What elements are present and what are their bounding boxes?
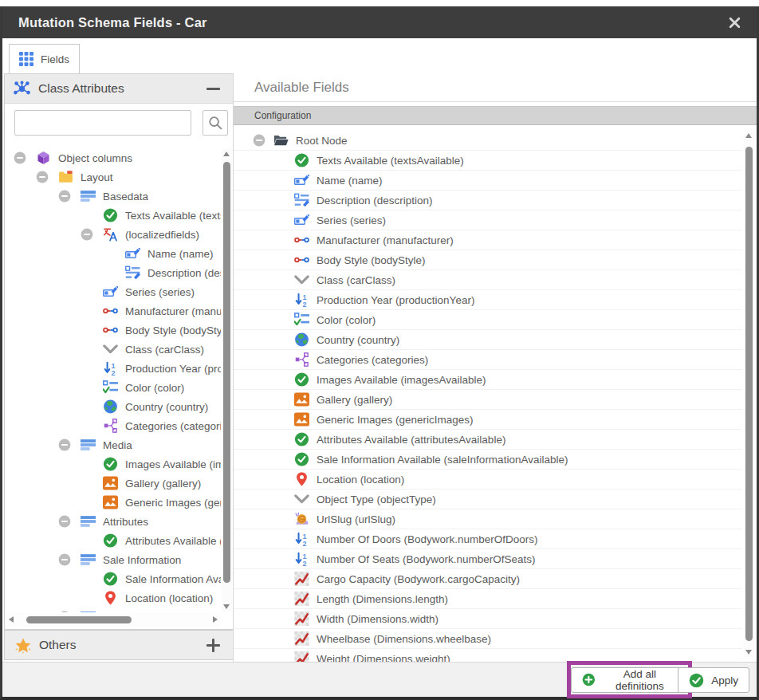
indent-spacer	[103, 273, 125, 273]
search-input[interactable]	[14, 110, 191, 136]
tree-item[interactable]: Wheelbase (Dimensions.wheelbase)	[234, 629, 742, 649]
tree-item[interactable]: Object columns	[6, 148, 221, 167]
tree-item[interactable]: Location (location)	[6, 588, 221, 608]
scroll-down-icon[interactable]	[223, 604, 230, 609]
collapse-toggle-icon[interactable]	[58, 553, 71, 566]
tree-item[interactable]: Attributes Available (attributesAvailabl…	[6, 531, 221, 550]
close-icon[interactable]	[729, 17, 741, 29]
tree-item[interactable]: Generic Images (genericImages)	[234, 410, 742, 430]
collapse-toggle-icon[interactable]	[58, 515, 71, 528]
add-all-definitions-button[interactable]: Add all definitions	[571, 667, 688, 693]
tree-item[interactable]: 12Production Year (productionYear)	[234, 290, 742, 310]
search-row	[5, 104, 233, 142]
tree-item[interactable]: Color (color)	[6, 378, 221, 397]
tree-item[interactable]: 12Production Year (productionYear)	[6, 359, 221, 378]
relation-icon	[294, 253, 309, 267]
collapse-panel-icon[interactable]	[206, 88, 220, 90]
indent-spacer	[273, 519, 294, 520]
tree-item[interactable]: Name (name)	[6, 244, 221, 263]
tree-item[interactable]: Root Node	[234, 131, 742, 151]
tree-item[interactable]: Color (color)	[234, 310, 742, 330]
tree-item[interactable]: Generic Images (genericImages)	[6, 493, 221, 512]
tree-item-label: Country (country)	[317, 334, 399, 346]
cube-icon	[36, 151, 51, 165]
tree-item[interactable]: Basedata	[6, 187, 221, 206]
tree-item[interactable]: Class (carClass)	[234, 270, 742, 290]
collapse-toggle-icon[interactable]	[58, 190, 71, 203]
tree-item[interactable]: Attributes	[6, 512, 221, 531]
tree-item[interactable]: Images Available (imagesAvailable)	[234, 370, 742, 390]
indent-spacer	[103, 254, 125, 254]
tree-item[interactable]: Description (description)	[234, 191, 742, 210]
tree-item[interactable]: Cargo Capacity (Bodywork.cargoCapacity)	[234, 569, 742, 589]
tree-item[interactable]	[6, 608, 221, 612]
scrollbar-thumb[interactable]	[745, 147, 753, 641]
collapse-toggle-icon[interactable]	[58, 438, 71, 451]
tree-item[interactable]: Sale Information Available (saleInformat…	[234, 450, 742, 470]
tree-item[interactable]: Categories (categories)	[234, 350, 742, 370]
scroll-down-icon[interactable]	[745, 650, 752, 655]
scrollbar-thumb[interactable]	[26, 616, 132, 623]
tree-item[interactable]: Width (Dimensions.width)	[234, 609, 742, 629]
tree-item[interactable]: Manufacturer (manufacturer)	[234, 230, 742, 250]
tree-item[interactable]: Sale Information Available (saleInformat…	[6, 569, 221, 588]
left-vertical-scrollbar[interactable]	[222, 149, 232, 612]
expand-panel-icon[interactable]	[206, 639, 220, 652]
check-circle-icon	[294, 452, 309, 466]
indent-spacer	[273, 579, 294, 580]
image-icon	[103, 495, 118, 509]
tree-item[interactable]: Texts Available (textsAvailable)	[234, 151, 742, 171]
collapse-toggle-icon[interactable]	[36, 171, 49, 183]
tree-item[interactable]: Texts Available (textsAvailable)	[6, 206, 221, 225]
tree-item[interactable]: Layout	[6, 167, 221, 187]
class-attributes-header[interactable]: Class Attributes	[5, 74, 233, 104]
tree-item[interactable]: Series (series)	[6, 282, 221, 301]
tree-item[interactable]: Attributes Available (attributesAvailabl…	[234, 430, 742, 450]
search-button[interactable]	[203, 110, 228, 136]
collapse-toggle-icon[interactable]	[81, 228, 93, 241]
scroll-left-icon[interactable]	[9, 616, 14, 623]
collapse-toggle-icon[interactable]	[14, 151, 26, 164]
tree-item[interactable]: Manufacturer (manufacturer)	[6, 301, 221, 321]
indent-spacer	[273, 499, 294, 500]
others-panel-header[interactable]: Others	[4, 630, 234, 660]
scroll-up-icon[interactable]	[745, 133, 752, 138]
tree-item-label: Number Of Doors (Bodywork.numberOfDoors)	[317, 533, 538, 545]
tree-item[interactable]: Body Style (bodyStyle)	[6, 321, 221, 340]
tree-item[interactable]: Country (country)	[6, 397, 221, 416]
tree-item[interactable]: Media	[6, 435, 221, 454]
apply-button[interactable]: Apply	[678, 667, 749, 693]
tree-item[interactable]: Weight (Dimensions.weight)	[234, 649, 742, 662]
tree-item[interactable]: Name (name)	[234, 171, 742, 191]
right-vertical-scrollbar[interactable]	[744, 131, 754, 657]
tree-item[interactable]: Class (carClass)	[6, 340, 221, 359]
tree-item[interactable]: (localizedfields)	[6, 225, 221, 244]
translate-icon	[103, 227, 118, 242]
tree-item[interactable]: Gallery (gallery)	[6, 474, 221, 493]
tree-item[interactable]: Length (Dimensions.length)	[234, 589, 742, 609]
tree-item[interactable]: UrlSlug (urlSlug)	[234, 509, 742, 529]
scrollbar-thumb[interactable]	[223, 162, 230, 583]
tree-item[interactable]: Body Style (bodyStyle)	[234, 250, 742, 270]
tree-item-label: Texts Available (textsAvailable)	[125, 210, 221, 222]
tree-item[interactable]: Sale Information	[6, 550, 221, 569]
tree-item[interactable]: Location (location)	[234, 470, 742, 490]
left-horizontal-scrollbar[interactable]	[6, 613, 221, 627]
collapse-toggle-icon[interactable]	[253, 134, 265, 147]
tree-item[interactable]: Gallery (gallery)	[234, 390, 742, 410]
tab-fields[interactable]: Fields	[9, 44, 80, 73]
scroll-up-icon[interactable]	[223, 151, 230, 156]
tree-item[interactable]: Description (description)	[6, 263, 221, 282]
tree-item-label: Cargo Capacity (Bodywork.cargoCapacity)	[317, 573, 520, 585]
tree-item[interactable]: Series (series)	[234, 210, 742, 230]
mutation-schema-dialog: Mutation Schema Fields - Car Fields Clas…	[0, 6, 759, 700]
tree-item[interactable]: 12Number Of Doors (Bodywork.numberOfDoor…	[234, 529, 742, 549]
tree-item[interactable]: Country (country)	[234, 330, 742, 350]
tree-item[interactable]: Object Type (objectType)	[234, 490, 742, 509]
tree-item[interactable]: Categories (categories)	[6, 416, 221, 435]
collapse-toggle-icon[interactable]	[58, 611, 71, 612]
scroll-right-icon[interactable]	[213, 616, 218, 623]
tree-item[interactable]: Images Available (imagesAvailable)	[6, 454, 221, 474]
tree-item[interactable]: 12Number Of Seats (Bodywork.numberOfSeat…	[234, 549, 742, 569]
folder-icon	[58, 170, 73, 184]
